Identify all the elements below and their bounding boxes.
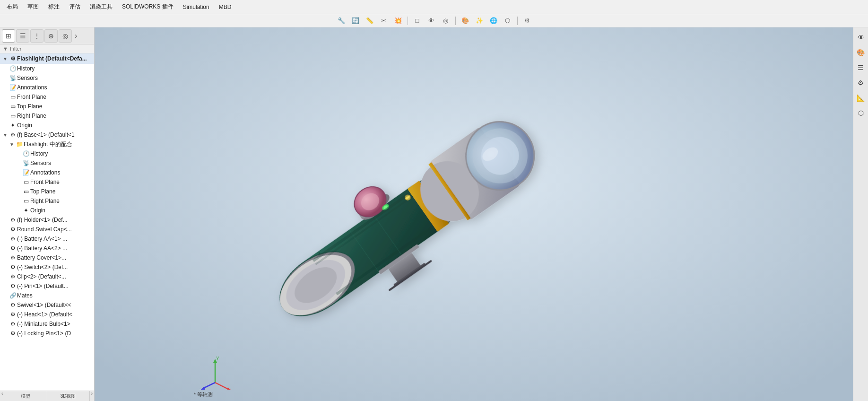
right-icon-view[interactable]: 👁 (855, 31, 867, 44)
tree-label-flashlight-sub: Flashlight 中的配合 (24, 140, 92, 148)
tree-icon-component: ⚙ (9, 217, 17, 223)
tool-scene[interactable]: 🌐 (488, 15, 499, 26)
right-icon-extra[interactable]: ⬡ (855, 107, 867, 119)
menu-evaluate[interactable]: 评估 (64, 1, 85, 13)
tool-measure[interactable]: 📏 (364, 15, 375, 26)
tree-item-base1[interactable]: ▼⚙(f) Base<1> (Default<1 (0, 130, 94, 139)
tool-sep-1 (408, 17, 408, 25)
tree-icon-origin: ✦ (9, 122, 17, 129)
more-tabs-button[interactable]: › (73, 31, 79, 41)
root-expand-icon[interactable]: ▼ (2, 56, 9, 61)
appearance-manager-tab[interactable]: ◎ (59, 29, 72, 43)
tool-appearance[interactable]: ✨ (474, 15, 485, 26)
filter-bar: ▼ Filter (0, 44, 94, 53)
tree-item-batteryAA2[interactable]: ⚙(-) Battery AA<2> ... (0, 244, 94, 253)
tree-item-mates[interactable]: 🔗Mates (0, 291, 94, 300)
tree-item-batteryAA1[interactable]: ⚙(-) Battery AA<1> ... (0, 234, 94, 244)
tree-item-topplane2[interactable]: ▭Top Plane (0, 187, 94, 196)
dme-manager-tab[interactable]: ⊕ (44, 29, 58, 43)
tree-item-clip2[interactable]: ⚙Clip<2> (Default<... (0, 272, 94, 281)
tree-label-origin1: Origin (17, 122, 92, 129)
tree-item-origin1[interactable]: ✦Origin (0, 121, 94, 130)
menu-mbd[interactable]: MBD (214, 2, 236, 12)
tree-item-annotations2[interactable]: 📝Annotations (0, 168, 94, 177)
tree-item-pin1[interactable]: ⚙(-) Pin<1> (Default... (0, 281, 94, 291)
tree-label-pin1: (-) Pin<1> (Default... (17, 283, 92, 289)
tree-item-frontplane2[interactable]: ▭Front Plane (0, 177, 94, 187)
tree-label-switch2: (-) Switch<2> (Def... (17, 264, 92, 270)
expand-icon-base1[interactable]: ▼ (2, 132, 9, 138)
tree-label-holder1: (f) Holder<1> (Def... (17, 217, 92, 223)
tool-explode[interactable]: 💥 (392, 15, 404, 26)
tree-item-rightplane1[interactable]: ▭Right Plane (0, 111, 94, 121)
next-tab-arrow[interactable]: › (90, 391, 94, 401)
tree-item-history1[interactable]: 🕐History (0, 64, 94, 73)
tool-section[interactable]: ✂ (378, 15, 390, 26)
tree-item-switch2[interactable]: ⚙(-) Switch<2> (Def... (0, 262, 94, 272)
tree-label-lockingpin: (-) Locking Pin<1> (D (17, 330, 92, 337)
panel-tabs: ⊞ ☰ ⋮ ⊕ ◎ › (0, 27, 94, 44)
tree-area[interactable]: 🕐History📡Sensors📝Annotations▭Front Plane… (0, 64, 94, 391)
bottom-tab-1[interactable]: 模型 (4, 391, 47, 401)
tree-item-holder1[interactable]: ⚙(f) Holder<1> (Def... (0, 215, 94, 225)
tree-root-title[interactable]: ▼ ⚙ Flashlight (Default<Defa... (0, 53, 94, 64)
right-icon-config[interactable]: ⚙ (855, 77, 867, 89)
tree-item-sensors1[interactable]: 📡Sensors (0, 73, 94, 83)
tree-item-roundswivel[interactable]: ⚙Round Swivel Cap<... (0, 225, 94, 234)
tree-item-rightplane2[interactable]: ▭Right Plane (0, 196, 94, 206)
tree-icon-plane: ▭ (22, 188, 30, 195)
tree-item-flashlight-sub[interactable]: ▼📁Flashlight 中的配合 (0, 139, 94, 149)
feature-manager-tab[interactable]: ⊞ (2, 29, 15, 43)
tree-item-sensors2[interactable]: 📡Sensors (0, 158, 94, 168)
tree-item-history2[interactable]: 🕐History (0, 149, 94, 158)
right-icon-appearance[interactable]: 🎨 (855, 46, 867, 59)
right-icon-measure[interactable]: 📐 (855, 92, 867, 104)
menu-solidworks-plugins[interactable]: SOLIDWORKS 插件 (117, 1, 178, 13)
main-layout: ⊞ ☰ ⋮ ⊕ ◎ › ▼ Filter ▼ ⚙ Flashlight (Def… (0, 27, 868, 401)
tool-settings[interactable]: ⚙ (521, 15, 533, 26)
tree-icon-component: ⚙ (9, 226, 17, 233)
tree-icon-component: ⚙ (9, 131, 17, 138)
root-icon: ⚙ (9, 55, 17, 62)
viewport[interactable]: Y X Z * 等轴测 (95, 27, 853, 401)
tree-icon-component: ⚙ (9, 264, 17, 270)
tree-icon-component: ⚙ (9, 245, 17, 252)
tree-item-topplane1[interactable]: ▭Top Plane (0, 102, 94, 111)
tree-item-lockingpin[interactable]: ⚙(-) Locking Pin<1> (D (0, 329, 94, 338)
tool-realview[interactable]: ⬡ (502, 15, 513, 26)
tool-select[interactable]: 🔧 (336, 15, 347, 26)
menu-markup[interactable]: 标注 (43, 1, 64, 13)
tree-icon-component: ⚙ (9, 273, 17, 280)
config-manager-tab[interactable]: ⋮ (30, 29, 43, 43)
prev-tab-arrow[interactable]: ‹ (0, 391, 4, 401)
tree-item-swivel1[interactable]: ⚙Swivel<1> (Default<< (0, 300, 94, 310)
right-icon-settings[interactable]: ☰ (855, 61, 867, 74)
menu-simulation[interactable]: Simulation (178, 2, 214, 12)
tree-label-batteryAA1: (-) Battery AA<1> ... (17, 235, 92, 242)
menu-sketch[interactable]: 草图 (23, 1, 43, 13)
tree-item-head1[interactable]: ⚙(-) Head<1> (Default< (0, 310, 94, 319)
tree-icon-annotations: 📝 (22, 169, 30, 176)
tool-view[interactable]: 👁 (426, 15, 437, 26)
svg-text:Y: Y (216, 357, 219, 361)
menu-render-tools[interactable]: 渲染工具 (85, 1, 117, 13)
tool-hide[interactable]: ◎ (440, 15, 451, 26)
tool-display[interactable]: □ (412, 15, 423, 26)
root-label: Flashlight (Default<Defa... (17, 55, 92, 62)
tree-item-batterycover[interactable]: ⚙Battery Cover<1>... (0, 253, 94, 262)
tree-icon-component: ⚙ (9, 321, 17, 327)
menu-layout[interactable]: 布局 (2, 1, 23, 13)
bottom-tab-2[interactable]: 3D视图 (47, 391, 90, 401)
panel-bottom-tabs: ‹ 模型 3D视图 › (0, 391, 94, 401)
expand-icon-flashlight-sub[interactable]: ▼ (9, 142, 15, 147)
tree-item-frontplane1[interactable]: ▭Front Plane (0, 92, 94, 102)
tool-color[interactable]: 🎨 (460, 15, 471, 26)
tree-label-minibulb: (-) Miniature Bulb<1> (17, 321, 92, 327)
tree-icon-component: ⚙ (9, 330, 17, 337)
tree-icon-plane: ▭ (9, 94, 17, 100)
tree-item-origin2[interactable]: ✦Origin (0, 206, 94, 215)
tree-item-annotations1[interactable]: 📝Annotations (0, 83, 94, 92)
property-manager-tab[interactable]: ☰ (16, 29, 29, 43)
tool-rotate[interactable]: 🔄 (350, 15, 361, 26)
tree-item-minibulb[interactable]: ⚙(-) Miniature Bulb<1> (0, 319, 94, 329)
